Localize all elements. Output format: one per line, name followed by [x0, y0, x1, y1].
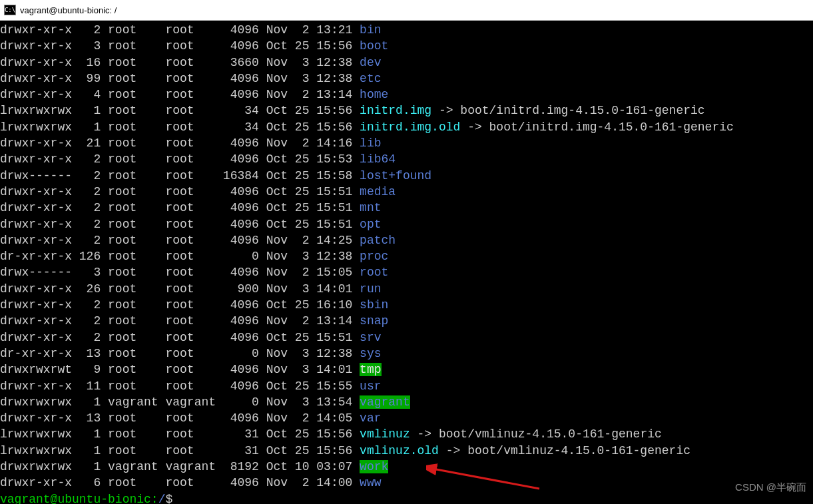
file-name: root: [360, 266, 388, 279]
prompt-symbol: $: [165, 493, 172, 504]
ls-row: drwxr-xr-x 6 root root 4096 Nov 2 14:00 …: [0, 475, 813, 491]
window-title: vagrant@ubuntu-bionic: /: [20, 5, 117, 15]
watermark-text: CSDN @半碗面: [735, 481, 806, 494]
file-name: work: [360, 460, 388, 473]
file-name: vagrant: [360, 395, 410, 409]
file-name: var: [360, 411, 381, 425]
file-name: tmp: [360, 363, 381, 376]
ls-row: drwxr-xr-x 2 root root 4096 Oct 25 15:51…: [0, 216, 813, 232]
ls-row: drwxr-xr-x 21 root root 4096 Nov 2 14:16…: [0, 135, 813, 151]
file-name: media: [360, 185, 396, 198]
file-name: vmlinuz: [360, 427, 410, 441]
terminal-output[interactable]: drwxr-xr-x 2 root root 4096 Nov 2 13:21 …: [0, 21, 813, 504]
ls-row: drwxr-xr-x 26 root root 900 Nov 3 14:01 …: [0, 281, 813, 297]
file-name: sys: [360, 347, 381, 360]
ls-row: drwxrwxrwx 1 vagrant vagrant 8192 Oct 10…: [0, 459, 813, 475]
ls-row: drwxr-xr-x 4 root root 4096 Nov 2 13:14 …: [0, 87, 813, 103]
ls-row: lrwxrwxrwx 1 root root 34 Oct 25 15:56 i…: [0, 103, 813, 119]
file-name: proc: [360, 250, 388, 263]
ls-row: drwxr-xr-x 2 root root 4096 Oct 25 15:51…: [0, 184, 813, 200]
ls-row: drwxr-xr-x 13 root root 4096 Nov 2 14:05…: [0, 410, 813, 426]
file-name: vmlinuz.old: [360, 444, 439, 457]
prompt-user-host: vagrant@ubuntu-bionic: [0, 493, 151, 504]
file-name: run: [360, 282, 381, 296]
ls-row: drwxr-xr-x 2 root root 4096 Oct 25 15:51…: [0, 330, 813, 346]
file-name: opt: [360, 218, 381, 231]
ls-output: drwxr-xr-x 2 root root 4096 Nov 2 13:21 …: [0, 22, 813, 491]
ls-row: drwxr-xr-x 2 root root 4096 Oct 25 15:51…: [0, 200, 813, 216]
file-name: sbin: [360, 298, 388, 312]
ls-row: dr-xr-xr-x 13 root root 0 Nov 3 12:38 sy…: [0, 346, 813, 362]
file-name: patch: [360, 234, 396, 247]
ls-row: drwxr-xr-x 2 root root 4096 Nov 2 13:14 …: [0, 313, 813, 329]
ls-row: drwxr-xr-x 2 root root 4096 Oct 25 16:10…: [0, 297, 813, 313]
ls-row: drwxrwxrwt 9 root root 4096 Nov 3 14:01 …: [0, 362, 813, 378]
file-name: www: [360, 476, 381, 489]
ls-row: lrwxrwxrwx 1 root root 31 Oct 25 15:56 v…: [0, 443, 813, 459]
file-name: bin: [360, 23, 381, 37]
file-name: lib: [360, 136, 381, 150]
file-name: srv: [360, 331, 381, 344]
ls-row: drwxrwxrwx 1 vagrant vagrant 0 Nov 3 13:…: [0, 394, 813, 410]
ls-row: drwxr-xr-x 2 root root 4096 Oct 25 15:53…: [0, 151, 813, 167]
symlink-arrow: -> boot/initrd.img-4.15.0-161-generic: [460, 121, 733, 134]
prompt-path: /: [158, 493, 166, 504]
symlink-arrow: -> boot/vmlinuz-4.15.0-161-generic: [439, 444, 690, 457]
ls-row: lrwxrwxrwx 1 root root 31 Oct 25 15:56 v…: [0, 426, 813, 442]
ls-row: drwx------ 3 root root 4096 Nov 2 15:05 …: [0, 264, 813, 280]
window-titlebar: C:\ vagrant@ubuntu-bionic: /: [0, 0, 813, 21]
symlink-arrow: -> boot/vmlinuz-4.15.0-161-generic: [410, 427, 662, 441]
ls-row: drwxr-xr-x 99 root root 4096 Nov 3 12:38…: [0, 71, 813, 87]
terminal-app-icon: C:\: [4, 5, 16, 15]
file-name: mnt: [360, 201, 381, 214]
ls-row: drwx------ 2 root root 16384 Oct 25 15:5…: [0, 168, 813, 184]
ls-row: drwxr-xr-x 11 root root 4096 Oct 25 15:5…: [0, 378, 813, 394]
file-name: initrd.img.old: [360, 121, 460, 134]
ls-row: dr-xr-xr-x 126 root root 0 Nov 3 12:38 p…: [0, 248, 813, 264]
prompt-colon: :: [151, 493, 158, 504]
file-name: home: [360, 88, 388, 101]
shell-prompt[interactable]: vagrant@ubuntu-bionic:/$: [0, 491, 813, 504]
file-name: usr: [360, 379, 381, 393]
ls-row: drwxr-xr-x 2 root root 4096 Nov 2 14:25 …: [0, 232, 813, 248]
file-name: snap: [360, 314, 388, 328]
ls-row: drwxr-xr-x 16 root root 3660 Nov 3 12:38…: [0, 55, 813, 71]
ls-row: drwxr-xr-x 2 root root 4096 Nov 2 13:21 …: [0, 22, 813, 38]
ls-row: lrwxrwxrwx 1 root root 34 Oct 25 15:56 i…: [0, 119, 813, 135]
file-name: dev: [360, 56, 381, 69]
file-name: lost+found: [360, 169, 431, 182]
symlink-arrow: -> boot/initrd.img-4.15.0-161-generic: [431, 104, 704, 117]
ls-row: drwxr-xr-x 3 root root 4096 Oct 25 15:56…: [0, 38, 813, 54]
file-name: boot: [360, 39, 388, 53]
file-name: lib64: [360, 152, 396, 166]
file-name: initrd.img: [360, 104, 431, 117]
file-name: etc: [360, 72, 381, 85]
